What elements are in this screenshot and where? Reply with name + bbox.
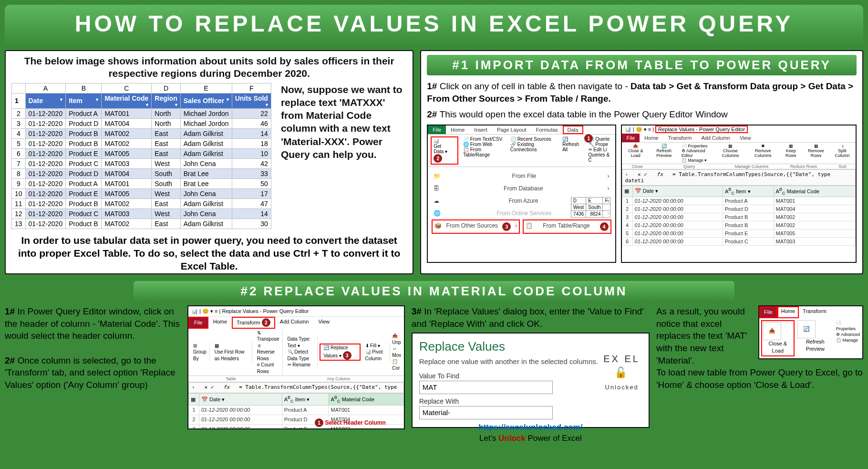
intro-text: The below image shows information about … — [11, 55, 407, 80]
step-1-2: 2# This would open the excel data table … — [427, 108, 857, 121]
step-1-1: 1# Click on any of cell in table & then … — [427, 80, 857, 104]
replace-values-dialog: Replace Values Replace one value with an… — [412, 333, 650, 428]
from-table-range[interactable]: 📋 From Table/Range 4 — [523, 219, 611, 234]
tab-file[interactable]: File — [428, 125, 446, 134]
step-2-3: 3# In 'Replace Values' dialog box, enter… — [412, 305, 650, 330]
replace-with-input[interactable]: Material- — [419, 406, 553, 419]
section-1-panel: #1 IMPORT DATA FROM TABLE TO POWER QUERY… — [420, 50, 863, 274]
excel-unlocked-logo: EX EL 🔓 Unlocked — [603, 353, 640, 393]
section-2-steps: 1# In Power Query Editor window, click o… — [5, 305, 181, 465]
power-query-screenshot: 📊 | 😊 ▾ ≡ | Replace Values - Power Query… — [621, 125, 857, 263]
excel-ribbon-screenshot: File Home Insert Page Layout Formulas Da… — [427, 125, 616, 263]
convert-table-note: In order to use tabular data set in powe… — [11, 234, 407, 273]
value-to-find-input[interactable]: MAT — [419, 381, 553, 394]
tab-transform[interactable]: Transform 2 — [232, 317, 275, 329]
result-text: File Home Transform 📥Close & Load 🔄Refre… — [656, 305, 863, 465]
tab-home[interactable]: Home — [777, 306, 799, 318]
close-and-load-button[interactable]: 📥Close & Load — [761, 320, 795, 356]
section-1-heading: #1 IMPORT DATA FROM TABLE TO POWER QUERY — [427, 55, 857, 75]
excel-data-table: A B C D E F 1 Date▾ Item▾ Material Code▾… — [11, 83, 271, 229]
tab-data[interactable]: Data — [563, 125, 583, 134]
replace-values-button[interactable]: 🔄 Replace Values ▾ 3 — [320, 344, 360, 361]
main-title: HOW TO REPLACE VALUES IN EXCEL POWER QUE… — [5, 5, 863, 45]
pq-transform-screenshot: 📊 | 😊 ▾ ≡ | Replace Values - Power Query… — [187, 305, 405, 429]
intro-panel: The below image shows information about … — [5, 50, 413, 274]
close-load-screenshot: File Home Transform 📥Close & Load 🔄Refre… — [758, 305, 863, 359]
side-note: Now, suppose we want to replace text 'MA… — [276, 83, 407, 229]
section-2-heading: #2 REPLACE VALUES IN MATERIAL CODE COLUM… — [134, 281, 734, 302]
site-url[interactable]: https://excelunlocked.com/ — [419, 422, 642, 433]
get-data-button[interactable]: 📊GetData ▾ 2 — [431, 136, 458, 165]
from-other-sources[interactable]: 📦 From Other Sources 3 › — [432, 219, 520, 234]
